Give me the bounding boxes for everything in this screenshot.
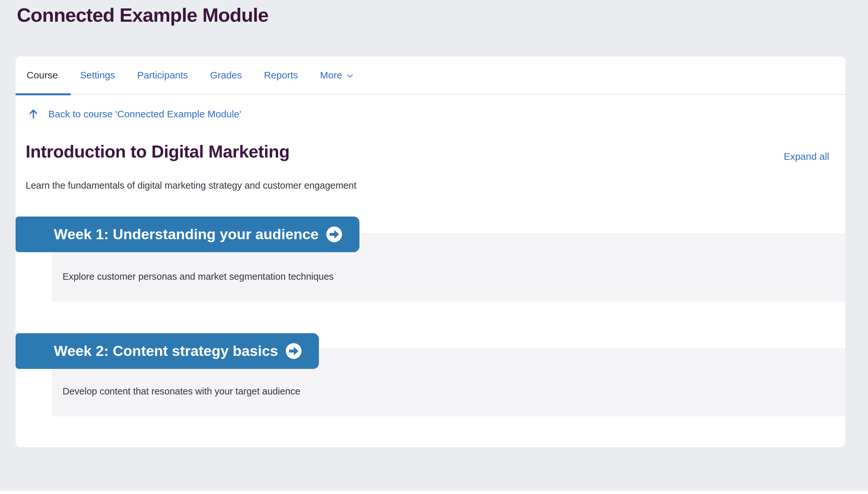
section-title: Week 2: Content strategy basics [54, 343, 278, 360]
tab-more[interactable]: More [320, 70, 354, 81]
section-description: Develop content that resonates with your… [62, 386, 301, 397]
tab-course-label: Course [26, 70, 58, 80]
tab-settings[interactable]: Settings [80, 70, 115, 81]
tab-grades[interactable]: Grades [210, 70, 242, 81]
tab-participants[interactable]: Participants [137, 70, 188, 81]
tab-grades-label: Grades [210, 70, 242, 80]
tab-reports[interactable]: Reports [264, 70, 298, 81]
arrow-circle-right-icon[interactable] [285, 343, 302, 360]
section-description: Explore customer personas and market seg… [62, 271, 334, 282]
active-tab-underline [16, 93, 71, 95]
back-link-label: Back to course 'Connected Example Module… [48, 109, 241, 120]
course-description: Learn the fundamentals of digital market… [25, 180, 356, 191]
course-card: Course Settings Participants Grades Repo… [16, 56, 845, 447]
course-title: Introduction to Digital Marketing [25, 141, 289, 162]
chevron-down-icon [346, 72, 354, 80]
tab-more-label: More [320, 70, 342, 81]
tab-course[interactable]: Course [26, 70, 58, 81]
expand-all-link[interactable]: Expand all [784, 151, 829, 162]
section-title: Week 1: Understanding your audience [54, 226, 319, 243]
page: Connected Example Module Course Settings… [0, 0, 868, 494]
back-to-course-link[interactable]: Back to course 'Connected Example Module… [27, 108, 241, 120]
arrow-circle-right-icon[interactable] [326, 226, 343, 243]
page-title: Connected Example Module [17, 4, 268, 26]
arrow-up-icon[interactable] [27, 108, 39, 120]
section-header-week-2[interactable]: Week 2: Content strategy basics [16, 333, 319, 369]
tab-settings-label: Settings [80, 70, 115, 80]
section-header-week-1[interactable]: Week 1: Understanding your audience [16, 216, 360, 252]
tab-reports-label: Reports [264, 70, 298, 80]
course-tabbar: Course Settings Participants Grades Repo… [16, 56, 845, 95]
bottom-edge-strip [0, 491, 868, 494]
tab-participants-label: Participants [137, 70, 188, 80]
